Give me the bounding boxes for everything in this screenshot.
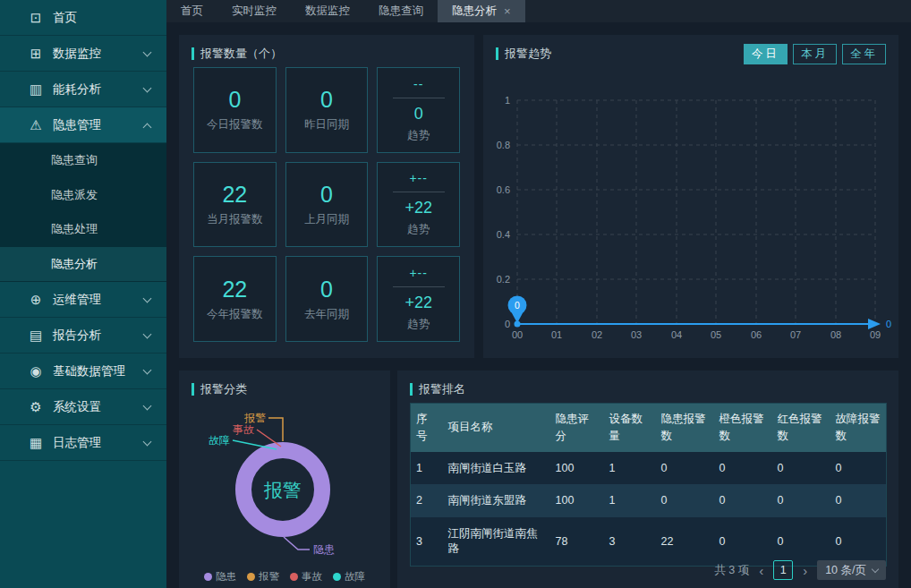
stat-value: 0	[320, 182, 333, 208]
callout-line-accident	[257, 430, 281, 447]
trend-denominator: +22	[404, 199, 432, 217]
cell-project-name: 南闸街道东盟路	[443, 484, 550, 517]
stat-card-month: 22 当月报警数	[193, 162, 277, 248]
fraction-divider	[393, 286, 445, 287]
tab-data-monitor[interactable]: 数据监控	[291, 0, 364, 22]
cell-device-count: 3	[604, 517, 656, 566]
alarm-trend-panel: 报警趋势 今日 本月 全年 1 0.8	[483, 35, 898, 358]
sidebar-item-hazard-query[interactable]: 隐患查询	[0, 143, 166, 178]
tab-hazard-query[interactable]: 隐患查询	[364, 0, 438, 22]
sidebar-item-energy-analysis[interactable]: ▥ 能耗分析	[0, 72, 166, 107]
legend-item-accident[interactable]: 事故	[290, 570, 322, 584]
prev-page-icon[interactable]: ‹	[759, 563, 763, 578]
fraction-divider	[393, 98, 445, 98]
tab-realtime-monitor[interactable]: 实时监控	[217, 0, 291, 22]
stat-value: 0	[228, 87, 241, 113]
cell-hazard-alarms: 0	[656, 484, 714, 517]
table-row[interactable]: 3 江阴南闸街道南焦路 78 3 22 0 0 0	[411, 517, 887, 566]
sidebar-item-ops-management[interactable]: ⊕ 运维管理	[0, 282, 166, 318]
cell-index: 2	[411, 484, 443, 517]
pagination: 共 3 项 ‹ 1 › 10 条/页	[714, 560, 886, 580]
sidebar-item-label: 数据监控	[53, 46, 101, 62]
stat-label: 趋势	[407, 317, 430, 332]
panel-title-text: 报警排名	[419, 381, 465, 397]
legend-label: 故障	[345, 570, 365, 584]
legend-item-fault[interactable]: 故障	[333, 570, 365, 584]
sidebar-item-log-management[interactable]: ▦ 日志管理	[0, 425, 166, 461]
y-axis-tick: 0	[505, 319, 510, 329]
stat-label: 上月同期	[304, 212, 349, 227]
panel-title: 报警排名	[410, 381, 465, 397]
chevron-down-icon	[143, 84, 152, 93]
alarm-count-panel: 报警数量（个） 0 今日报警数 0 昨日同期 -- 0 趋势 22 当月报警数	[179, 35, 474, 358]
title-accent-bar	[410, 383, 413, 396]
cell-hazard-alarms: 22	[656, 517, 714, 566]
trend-numerator: +--	[409, 266, 428, 280]
callout-label-alarm: 报警	[243, 412, 266, 424]
legend-dot-icon	[204, 573, 212, 581]
trend-line-chart: 1 0.8 0.6 0.4 0.2 0 00 01 02 03 04 05 06…	[483, 35, 898, 358]
donut-legend: 隐患 报警 事故 故障	[179, 570, 390, 584]
cell-orange-alarms: 0	[714, 517, 772, 566]
sidebar-item-label: 隐患管理	[53, 117, 101, 133]
stat-card-day-trend: -- 0 趋势	[377, 67, 460, 153]
stat-label: 今年报警数	[207, 307, 263, 322]
page-size-select[interactable]: 10 条/页	[817, 560, 886, 580]
legend-label: 报警	[259, 570, 279, 584]
cell-index: 1	[411, 452, 443, 485]
callout-line-hazard	[284, 537, 310, 550]
stat-value: 22	[222, 277, 247, 303]
sidebar-item-data-monitor[interactable]: ⊞ 数据监控	[0, 36, 166, 72]
sidebar-item-hazard-analysis[interactable]: 隐患分析	[0, 247, 166, 282]
sidebar-item-home[interactable]: ⊡ 首页	[0, 0, 166, 36]
column-header: 隐患评分	[550, 404, 604, 452]
legend-label: 事故	[302, 570, 322, 584]
page-number-button[interactable]: 1	[773, 560, 793, 580]
cell-device-count: 1	[604, 452, 656, 485]
tab-home[interactable]: 首页	[166, 0, 217, 22]
trend-denominator: 0	[414, 105, 423, 124]
y-axis-tick: 0.6	[497, 184, 510, 195]
sidebar-item-hazard-management[interactable]: ⚠ 隐患管理	[0, 107, 166, 143]
monitor-icon: ⊡	[27, 10, 45, 26]
sidebar-item-label: 日志管理	[53, 435, 101, 451]
energy-analysis-icon: ▥	[27, 81, 45, 98]
stat-card-last-month: 0 上月同期	[285, 162, 369, 248]
stat-card-month-trend: +-- +22 趋势	[377, 162, 460, 248]
column-header: 隐患报警数	[656, 404, 714, 452]
sidebar-item-hazard-dispatch[interactable]: 隐患派发	[0, 178, 166, 213]
next-page-icon[interactable]: ›	[803, 563, 807, 578]
tab-label: 首页	[181, 4, 203, 19]
cell-red-alarms: 0	[772, 484, 830, 517]
sidebar-item-hazard-handle[interactable]: 隐患处理	[0, 212, 166, 247]
alarm-ranking-panel: 报警排名 序号 项目名称 隐患评分 设备数量 隐患报警数 橙色报警数 红色报警数…	[397, 371, 898, 588]
cell-project-name: 南闸街道白玉路	[443, 452, 550, 485]
sidebar-item-system-settings[interactable]: ⚙ 系统设置	[0, 389, 166, 425]
chevron-down-icon	[143, 48, 152, 57]
cell-orange-alarms: 0	[714, 484, 772, 517]
chevron-down-icon	[143, 366, 152, 375]
x-axis-tick: 00	[512, 329, 523, 340]
legend-item-hazard[interactable]: 隐患	[204, 570, 236, 584]
globe-icon: ⊕	[27, 292, 45, 308]
table-row[interactable]: 1 南闸街道白玉路 100 1 0 0 0 0	[411, 452, 887, 485]
tab-hazard-analysis[interactable]: 隐患分析 ×	[438, 0, 525, 22]
tab-bar: 首页 实时监控 数据监控 隐患查询 隐患分析 ×	[166, 0, 911, 22]
stat-label: 趋势	[407, 222, 430, 237]
sidebar-item-label: 隐患查询	[51, 152, 98, 168]
column-header: 红色报警数	[772, 404, 830, 452]
sidebar-item-base-data-management[interactable]: ◉ 基础数据管理	[0, 354, 166, 389]
legend-item-alarm[interactable]: 报警	[247, 570, 279, 584]
callout-label-fault: 故障	[209, 434, 230, 447]
stat-card-grid: 0 今日报警数 0 昨日同期 -- 0 趋势 22 当月报警数 0 上月同期	[193, 67, 460, 342]
stat-value: 22	[222, 182, 247, 208]
tab-label: 实时监控	[232, 4, 277, 19]
stat-label: 趋势	[407, 128, 430, 143]
table-row[interactable]: 2 南闸街道东盟路 100 1 0 0 0 0	[411, 484, 887, 517]
close-icon[interactable]: ×	[504, 4, 511, 18]
stat-label: 昨日同期	[304, 117, 349, 132]
sidebar-item-report-analysis[interactable]: ▤ 报告分析	[0, 318, 166, 354]
chevron-down-icon	[143, 294, 152, 303]
sidebar-item-label: 隐患派发	[51, 187, 98, 203]
chevron-down-icon	[143, 438, 152, 447]
